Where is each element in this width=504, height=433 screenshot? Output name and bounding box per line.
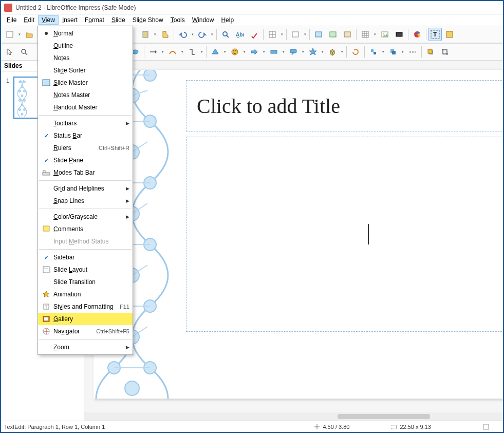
stars-dd[interactable]: ▾ xyxy=(321,45,325,59)
scrollbar-thumb[interactable] xyxy=(338,414,430,419)
redo-icon[interactable] xyxy=(196,28,209,41)
content-placeholder[interactable] xyxy=(186,137,503,332)
slide-canvas[interactable]: Click to add Title xyxy=(94,70,503,399)
symbol-shapes-dd[interactable]: ▾ xyxy=(242,45,247,59)
view-comments[interactable]: Comments xyxy=(38,223,133,235)
view-zoom[interactable]: Zoom▶ xyxy=(38,341,133,353)
image-icon[interactable] xyxy=(378,28,391,41)
display-grid-icon[interactable] xyxy=(266,28,279,41)
master-slide-icon[interactable] xyxy=(312,28,325,41)
display-views-icon[interactable] xyxy=(289,28,302,41)
start-first-icon[interactable] xyxy=(326,28,340,41)
view-normal[interactable]: Normal xyxy=(38,27,133,40)
find-icon[interactable] xyxy=(219,28,232,41)
view-notes-master[interactable]: Notes Master xyxy=(38,89,133,101)
table-dd[interactable]: ▾ xyxy=(373,28,377,41)
block-arrows-dd[interactable]: ▾ xyxy=(262,45,266,59)
menu-window[interactable]: Window xyxy=(189,15,218,25)
title-placeholder[interactable]: Click to add Title xyxy=(186,80,503,131)
line-arrow-icon[interactable] xyxy=(146,45,160,59)
arrange-icon[interactable] xyxy=(386,45,400,59)
block-arrows-icon[interactable] xyxy=(248,45,261,59)
view-grid-helplines[interactable]: Grid and Helplines▶ xyxy=(38,182,133,195)
special-char-icon[interactable] xyxy=(443,28,456,41)
open-icon[interactable] xyxy=(23,28,36,41)
view-color-grayscale[interactable]: Color/Grayscale▶ xyxy=(38,211,133,223)
new-doc-dd[interactable]: ▾ xyxy=(17,28,22,41)
view-toolbars[interactable]: Toolbars▶ xyxy=(38,117,133,129)
view-rulers[interactable]: RulersCtrl+Shift+R xyxy=(38,142,133,154)
stars-icon[interactable] xyxy=(306,45,320,59)
canvas-area[interactable]: Click to add Title xyxy=(84,61,503,421)
line-arrow-dd[interactable]: ▾ xyxy=(161,45,165,59)
view-slide-sorter[interactable]: Slide Sorter xyxy=(38,64,133,77)
shadow-icon[interactable] xyxy=(424,45,437,59)
connector-icon[interactable] xyxy=(185,45,199,59)
menu-slide[interactable]: Slide xyxy=(108,15,129,25)
display-grid-dd[interactable]: ▾ xyxy=(280,28,284,41)
flowchart-dd[interactable]: ▾ xyxy=(282,45,286,59)
menu-tools[interactable]: Tools xyxy=(167,15,189,25)
callouts-icon[interactable] xyxy=(287,45,300,59)
av-icon[interactable] xyxy=(393,28,406,41)
distribute-icon[interactable] xyxy=(406,45,419,59)
flowchart-icon[interactable] xyxy=(267,45,281,59)
menu-view[interactable]: View xyxy=(38,15,59,25)
basic-shapes-icon[interactable] xyxy=(209,45,222,59)
connector-dd[interactable]: ▾ xyxy=(200,45,204,59)
arrange-dd[interactable]: ▾ xyxy=(401,45,405,59)
view-sidebar[interactable]: ✓Sidebar xyxy=(38,251,133,263)
start-current-icon[interactable] xyxy=(341,28,354,41)
3d-objects-icon[interactable] xyxy=(326,45,339,59)
spellcheck-icon[interactable]: Abc xyxy=(233,28,247,41)
status-save-icon[interactable] xyxy=(482,423,490,430)
separator xyxy=(216,29,217,40)
menu-insert[interactable]: Insert xyxy=(59,15,81,25)
menu-slideshow[interactable]: Slide Show xyxy=(129,15,167,25)
view-slide-transition[interactable]: Slide Transition xyxy=(38,276,133,288)
display-views-dd[interactable]: ▾ xyxy=(303,28,307,41)
redo-dd[interactable]: ▾ xyxy=(210,28,214,41)
horizontal-scrollbar[interactable] xyxy=(84,412,503,421)
view-styles-formatting[interactable]: TStyles and FormattingF11 xyxy=(38,300,133,313)
view-status-bar[interactable]: ✓Status Bar xyxy=(38,129,133,142)
rotate-icon[interactable] xyxy=(349,45,362,59)
crop-icon[interactable] xyxy=(438,45,452,59)
autospell-icon[interactable] xyxy=(248,28,261,41)
zoom-icon[interactable] xyxy=(17,45,31,59)
menu-file[interactable]: File xyxy=(3,15,20,25)
view-animation[interactable]: Animation xyxy=(38,288,133,300)
submenu-arrow-icon: ▶ xyxy=(126,198,129,203)
view-navigator[interactable]: NavigatorCtrl+Shift+F5 xyxy=(38,325,133,337)
undo-dd[interactable]: ▾ xyxy=(191,28,195,41)
paste-icon[interactable] xyxy=(139,28,152,41)
table-icon[interactable] xyxy=(359,28,372,41)
view-outline[interactable]: Outline xyxy=(38,40,133,52)
view-handout-master[interactable]: Handout Master xyxy=(38,101,133,114)
undo-icon[interactable] xyxy=(176,28,190,41)
view-gallery[interactable]: Gallery xyxy=(38,313,133,325)
basic-shapes-dd[interactable]: ▾ xyxy=(223,45,227,59)
view-modes-tab-bar[interactable]: Modes Tab Bar xyxy=(38,166,133,179)
menu-help[interactable]: Help xyxy=(217,15,237,25)
3d-objects-dd[interactable]: ▾ xyxy=(340,45,344,59)
symbol-shapes-icon[interactable] xyxy=(228,45,241,59)
view-slide-layout[interactable]: Slide Layout xyxy=(38,263,133,276)
select-icon[interactable] xyxy=(3,45,16,59)
new-doc-icon[interactable] xyxy=(3,28,16,41)
chart-icon[interactable] xyxy=(410,28,424,41)
view-slide-master[interactable]: Slide Master xyxy=(38,77,133,89)
view-snap-lines[interactable]: Snap Lines▶ xyxy=(38,195,133,207)
menu-edit[interactable]: Edit xyxy=(20,15,38,25)
curve-dd[interactable]: ▾ xyxy=(180,45,184,59)
curve-icon[interactable] xyxy=(166,45,179,59)
view-notes[interactable]: Notes xyxy=(38,52,133,64)
paste-dd[interactable]: ▾ xyxy=(153,28,157,41)
clone-format-icon[interactable] xyxy=(158,28,172,41)
align-icon[interactable] xyxy=(367,45,380,59)
textbox-icon[interactable]: T xyxy=(428,28,442,41)
callouts-dd[interactable]: ▾ xyxy=(301,45,305,59)
align-dd[interactable]: ▾ xyxy=(381,45,385,59)
menu-format[interactable]: Format xyxy=(81,15,108,25)
view-slide-pane[interactable]: ✓Slide Pane xyxy=(38,154,133,166)
